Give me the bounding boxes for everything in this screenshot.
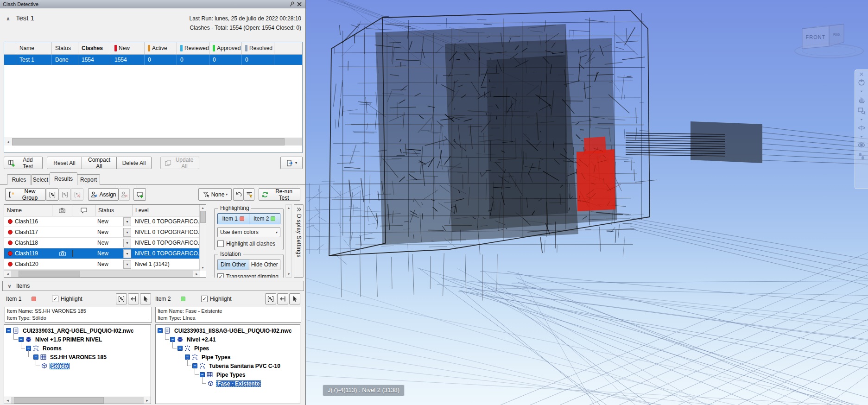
- comment-edit-cell[interactable]: [72, 250, 73, 257]
- tree-collapse-icon[interactable]: −: [158, 328, 163, 333]
- status-dropdown-icon[interactable]: ▾: [123, 249, 131, 258]
- remove-from-group-button[interactable]: [71, 188, 83, 201]
- dim-other-button[interactable]: Dim Other: [218, 259, 249, 270]
- tests-column-active[interactable]: Active: [145, 42, 177, 54]
- item1-group-button[interactable]: [116, 293, 127, 304]
- compact-rows-button[interactable]: [244, 188, 254, 201]
- clash-row-clash116[interactable]: Clash116New▾NIVEL 0 TOPOGRAFICO...: [4, 216, 206, 227]
- scroll-up-icon[interactable]: ▴: [202, 205, 203, 211]
- tree-node[interactable]: −CUI2339031_IISSAG-UGEL_PUQUIO-I02.nwc: [158, 326, 300, 335]
- zoom-window-icon[interactable]: [856, 105, 867, 116]
- new-group-button[interactable]: New Group: [5, 188, 46, 201]
- group-clashes-button[interactable]: [46, 188, 58, 201]
- status-dropdown-icon[interactable]: ▾: [123, 228, 131, 237]
- grid-column-level[interactable]: Level: [133, 205, 206, 216]
- tests-column-name[interactable]: Name: [16, 42, 52, 54]
- clash-row-clash120[interactable]: Clash120New▾Nivel 1 (3142): [4, 259, 206, 270]
- hide-other-button[interactable]: Hide Other: [249, 259, 280, 270]
- look-around-eye-icon[interactable]: [856, 139, 867, 151]
- tab-report[interactable]: Report: [77, 174, 100, 185]
- reset-all-button[interactable]: Reset All: [47, 157, 82, 169]
- rerun-test-button[interactable]: Re-run Test: [259, 188, 300, 201]
- sidebar-vscrollbar[interactable]: ▴ ▾: [285, 204, 292, 278]
- unassign-button[interactable]: [119, 188, 130, 201]
- add-comment-button[interactable]: [133, 188, 146, 201]
- viewcube-front-label[interactable]: FRONT: [806, 34, 826, 40]
- grid-vscrollbar[interactable]: ▴ ▾: [199, 205, 206, 271]
- tests-column-new[interactable]: New: [111, 42, 145, 54]
- panel-titlebar[interactable]: Clash Detective: [0, 0, 306, 8]
- clash-row-clash118[interactable]: Clash118New▾NIVEL 0 TOPOGRAFICO...: [4, 238, 206, 248]
- tree-node[interactable]: Fase - Existente: [158, 379, 300, 388]
- clash-row-clash117[interactable]: Clash117New▾NIVEL 0 TOPOGRAFICO...: [4, 227, 206, 238]
- item2-select-button[interactable]: [289, 293, 300, 304]
- items-section-header[interactable]: ∨ Items: [2, 281, 304, 291]
- scroll-left-icon[interactable]: ◂: [4, 271, 11, 277]
- highlight-item2-toggle[interactable]: Item 2: [249, 214, 280, 224]
- tests-column-clashes[interactable]: Clashes: [78, 42, 111, 54]
- add-to-group-button[interactable]: [58, 188, 71, 201]
- orbit-tool-icon[interactable]: [856, 77, 867, 88]
- pan-hand-icon[interactable]: [856, 94, 867, 105]
- scroll-left-icon[interactable]: ◂: [4, 397, 11, 404]
- status-dropdown-icon[interactable]: ▾: [123, 260, 131, 269]
- tree-node[interactable]: −Nivel +2.41: [158, 335, 300, 344]
- tree-collapse-icon[interactable]: −: [6, 328, 11, 333]
- status-dropdown-icon[interactable]: ▾: [123, 217, 131, 226]
- close-icon[interactable]: [296, 1, 303, 7]
- highlight-item1-toggle[interactable]: Item 1: [218, 214, 249, 224]
- navbar-close-icon[interactable]: [856, 71, 867, 77]
- tree-node[interactable]: −Pipes: [158, 344, 300, 353]
- tests-column-resolved[interactable]: Resolved: [242, 42, 274, 54]
- compact-all-button[interactable]: Compact All: [82, 157, 117, 169]
- tree-node[interactable]: −Nivel +1.5 PRIMER NIVEL: [6, 335, 151, 344]
- tests-column-reviewed[interactable]: Reviewed: [177, 42, 209, 54]
- scroll-up-icon[interactable]: ▴: [288, 205, 290, 211]
- tree-node[interactable]: −Tuberia Sanitaria PVC C-10: [158, 361, 300, 370]
- item2-highlight-checkbox[interactable]: ✓: [201, 296, 208, 302]
- scroll-right-icon[interactable]: ▸: [193, 271, 200, 277]
- status-dropdown-icon[interactable]: ▾: [123, 239, 131, 247]
- model-viewport-3d[interactable]: FRONT RIG J(7)-4(113) : Nivel 2 (3138): [306, 0, 868, 405]
- scroll-right-icon[interactable]: ▸: [144, 397, 151, 404]
- item2-swap-button[interactable]: [277, 293, 288, 304]
- grid-column-image[interactable]: [52, 205, 72, 216]
- collapse-test-chevron-icon[interactable]: ∧: [6, 16, 10, 22]
- turntable-orbit-icon[interactable]: [856, 122, 867, 133]
- export-report-button[interactable]: ▾: [280, 157, 303, 169]
- collapse-items-chevron-icon[interactable]: ∨: [7, 283, 12, 289]
- chevron-down-icon[interactable]: [856, 133, 867, 139]
- tests-table-hscrollbar[interactable]: ◂: [4, 138, 302, 146]
- item1-swap-button[interactable]: [128, 293, 139, 304]
- viewcube-right-label[interactable]: RIG: [833, 32, 840, 37]
- grid-column-name[interactable]: Name: [4, 205, 52, 216]
- highlight-all-checkbox[interactable]: [217, 240, 224, 247]
- item2-group-button[interactable]: [265, 293, 276, 304]
- walk-tool-icon[interactable]: [856, 151, 867, 162]
- item1-select-button[interactable]: [140, 293, 151, 304]
- chevron-down-icon[interactable]: [856, 88, 867, 94]
- update-all-button[interactable]: Update All: [160, 157, 199, 169]
- navigation-bar[interactable]: [855, 70, 868, 189]
- tree-node[interactable]: −Pipe Types: [158, 353, 300, 361]
- tab-select[interactable]: Select: [31, 174, 50, 185]
- tree-node[interactable]: −CUI2339031_ARQ-UGEL_PUQUIO-I02.nwc: [6, 326, 151, 335]
- delete-all-button[interactable]: Delete All: [116, 157, 152, 169]
- assign-button[interactable]: Assign: [88, 188, 119, 201]
- tab-results[interactable]: Results: [50, 172, 77, 185]
- item1-tree-hscrollbar[interactable]: ◂ ▸: [4, 397, 151, 404]
- tree-node[interactable]: −Pipe Types: [158, 370, 300, 379]
- tree-node[interactable]: −Rooms: [6, 344, 151, 353]
- tests-column-approved[interactable]: Approved: [209, 42, 242, 54]
- grid-column-comments[interactable]: [72, 205, 95, 216]
- transparent-dimming-checkbox[interactable]: ✓: [217, 273, 224, 278]
- item-colors-dropdown[interactable]: Use item colors ▾: [217, 227, 280, 237]
- item1-highlight-checkbox[interactable]: ✓: [52, 296, 58, 302]
- pin-icon[interactable]: [288, 1, 296, 7]
- add-test-button[interactable]: Add Test: [4, 157, 43, 169]
- tab-rules[interactable]: Rules: [7, 174, 31, 185]
- tests-column-status[interactable]: Status: [52, 42, 78, 54]
- test-row[interactable]: Test 1Done155415540000: [4, 55, 302, 65]
- undo-button[interactable]: [233, 188, 244, 201]
- view-cube[interactable]: FRONT RIG: [788, 14, 867, 63]
